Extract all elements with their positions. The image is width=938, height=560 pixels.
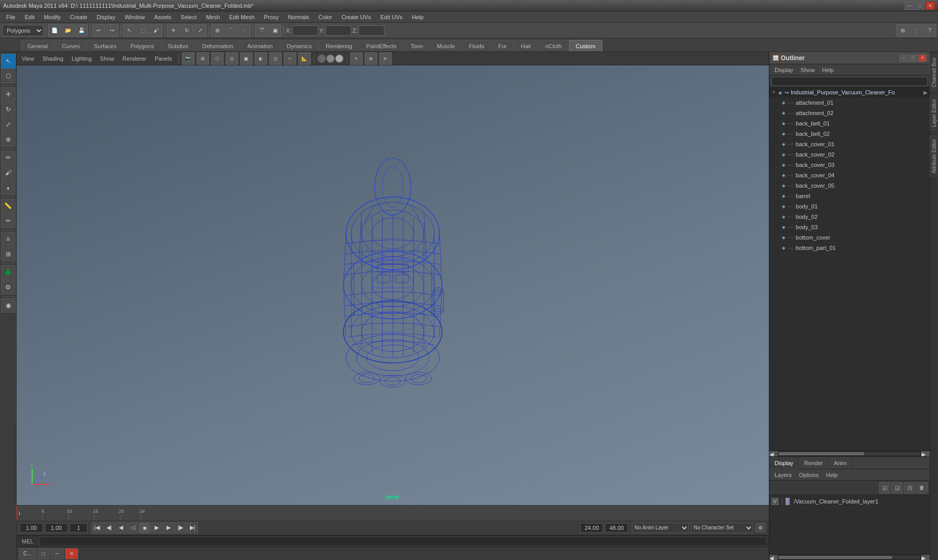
outliner-item-bottomcover[interactable]: ◈ ─○ bottom_cover [769, 232, 930, 243]
outliner-hscrollbar[interactable]: ◀ ▶ [769, 450, 930, 456]
timeline-ruler[interactable]: 1 5 10 15 20 24 [17, 505, 769, 520]
rotate-btn[interactable]: ↻ [1, 102, 16, 117]
tab-muscle[interactable]: Muscle [430, 40, 462, 51]
toolbar-move[interactable]: ✛ [167, 24, 180, 37]
go-last-btn[interactable]: ▶| [187, 522, 198, 534]
character-set-select[interactable]: No Character Set [691, 523, 753, 533]
outliner-item-backcover04[interactable]: ◈ ─○ back_cover_04 [769, 170, 930, 180]
vp-menu-lighting[interactable]: Lighting [68, 54, 95, 63]
tab-dynamics[interactable]: Dynamics [280, 40, 319, 51]
outliner-item-bottompart01[interactable]: ◈ ─○ bottom_part_01 [769, 243, 930, 253]
next-frame-btn[interactable]: ▶ [163, 522, 174, 534]
toolbar-open[interactable]: 📂 [62, 24, 74, 37]
outliner-hscroll-track[interactable] [779, 452, 920, 455]
scale-btn[interactable]: ⤢ [1, 117, 16, 132]
vp-resolution-btn[interactable]: 📐 [298, 52, 311, 65]
menu-normals[interactable]: Normals [284, 12, 313, 22]
layer-hscroll-thumb[interactable] [779, 556, 892, 559]
step-back-btn[interactable]: ◀| [103, 522, 115, 534]
tab-ncloth[interactable]: nCloth [539, 40, 569, 51]
vp-light-btn2[interactable] [326, 54, 335, 63]
layer-tab-render[interactable]: Render [799, 457, 829, 469]
vp-menu-view[interactable]: View [19, 54, 37, 63]
vp-manip-btn[interactable]: ⊕ [365, 52, 377, 65]
vp-snap-btn[interactable]: ⊳ [379, 52, 392, 65]
layer-scroll-right[interactable]: ▶ [921, 555, 930, 560]
menu-edit-mesh[interactable]: Edit Mesh [225, 12, 259, 22]
toolbar-scale[interactable]: ⤢ [194, 24, 206, 37]
outliner-win-controls[interactable]: ─ □ ✕ [900, 54, 927, 62]
outliner-show-menu[interactable]: Show [797, 66, 818, 74]
play-fwd-btn[interactable]: ▶ [151, 522, 162, 534]
outliner-item-body01[interactable]: ◈ ─○ body_01 [769, 201, 930, 212]
outliner-close[interactable]: ✕ [918, 54, 927, 62]
layer-selected-btn[interactable]: ◲ [891, 482, 903, 494]
tab-deformation[interactable]: Deformation [196, 40, 240, 51]
toolbar-render[interactable]: 🎬 [255, 24, 268, 37]
layer-editor-tab-side[interactable]: Layer Editor [930, 95, 938, 131]
tab-animation[interactable]: Animation [241, 40, 280, 51]
vp-light-btn1[interactable] [318, 54, 326, 63]
anim-settings-btn[interactable]: ⚙ [755, 523, 766, 533]
layer-new-btn[interactable]: ◱ [879, 482, 890, 494]
extra-btn[interactable]: ◉ [1, 298, 16, 313]
channel-box-tab[interactable]: Channel Box [930, 54, 938, 91]
outliner-maximize[interactable]: □ [909, 54, 917, 62]
vp-fog-btn[interactable]: ≈ [284, 52, 296, 65]
vp-camera-btn[interactable]: 📷 [182, 52, 195, 65]
toolbar-snap-curve[interactable]: ⌒ [225, 24, 237, 37]
go-first-btn[interactable]: |◀ [91, 522, 103, 534]
outliner-btn[interactable]: 🌲 [1, 265, 16, 279]
start-frame-input[interactable] [20, 523, 43, 533]
window-controls[interactable]: ─ □ ✕ [905, 2, 935, 10]
toolbar-more-options[interactable]: ⋮ [910, 24, 922, 37]
tab-subdivs[interactable]: Subdivs [161, 40, 195, 51]
toolbar-new[interactable]: 📄 [48, 24, 61, 37]
tab-fur[interactable]: Fur [491, 40, 514, 51]
vp-light-btn3[interactable] [335, 54, 343, 63]
menu-window[interactable]: Window [120, 12, 149, 22]
outliner-item-backcover03[interactable]: ◈ ─○ back_cover_03 [769, 160, 930, 170]
attribute-editor-tab[interactable]: Attribute Editor [930, 135, 938, 177]
vp-ambient-btn[interactable]: ◐ [255, 52, 267, 65]
toolbar-undo[interactable]: ↩ [92, 24, 105, 37]
paint-select-btn[interactable]: ⬡ [1, 69, 16, 83]
mini-win-maximize[interactable]: □ [37, 548, 50, 559]
mini-win-script[interactable]: C... [19, 548, 36, 559]
close-button[interactable]: ✕ [926, 2, 935, 10]
outliner-item-body02[interactable]: ◈ ─○ body_02 [769, 212, 930, 222]
outliner-root-item[interactable]: ▼ ◈ ↪ Industrial_Purpose_Vacuum_Cleaner_… [769, 87, 930, 97]
outliner-item-barrel[interactable]: ◈ ─○ barrel [769, 191, 930, 201]
outliner-item-backbelt01[interactable]: ◈ ─○ back_belt_01 [769, 118, 930, 129]
outliner-item-backcover02[interactable]: ◈ ─○ back_cover_02 [769, 149, 930, 160]
toolbar-paint[interactable]: 🖌 [150, 24, 162, 37]
vp-menu-shading[interactable]: Shading [39, 54, 66, 63]
outliner-list[interactable]: ▼ ◈ ↪ Industrial_Purpose_Vacuum_Cleaner_… [769, 87, 930, 450]
menu-modify[interactable]: Modify [40, 12, 65, 22]
layer-row-1[interactable]: V /Vacuum_Cleaner_Folded_layer1 [769, 495, 930, 508]
tab-painteffects[interactable]: PaintEffects [360, 40, 404, 51]
toolbar-redo[interactable]: ↪ [106, 24, 118, 37]
tab-surfaces[interactable]: Surfaces [87, 40, 123, 51]
vp-menu-show[interactable]: Show [97, 54, 118, 63]
measure-btn[interactable]: 📏 [1, 199, 16, 213]
menu-file[interactable]: File [2, 12, 20, 22]
outliner-search-input[interactable] [771, 77, 928, 86]
vp-textured-btn[interactable]: ▣ [240, 52, 253, 65]
outliner-help-menu[interactable]: Help [819, 66, 837, 74]
anim-layer-select[interactable]: No Anim Layer [632, 523, 689, 533]
tab-toon[interactable]: Toon [404, 40, 430, 51]
layer-hscrollbar[interactable]: ◀ ▶ [769, 554, 930, 560]
stop-btn[interactable]: ■ [139, 522, 150, 534]
toolbar-help[interactable]: ? [923, 24, 936, 37]
play-back-btn[interactable]: ◁ [127, 522, 139, 534]
manip-btn[interactable]: ⊕ [1, 132, 16, 147]
menu-create[interactable]: Create [66, 12, 91, 22]
y-input[interactable] [325, 25, 351, 36]
vp-smooth-btn[interactable]: ◎ [226, 52, 238, 65]
render-settings-btn[interactable]: ⚙ [1, 280, 16, 295]
layer-delete-btn[interactable]: 🗑 [916, 482, 928, 494]
menu-color[interactable]: Color [314, 12, 336, 22]
toolbar-rotate[interactable]: ↻ [181, 24, 193, 37]
3d-viewport[interactable]: X Y Z persp [17, 65, 769, 505]
